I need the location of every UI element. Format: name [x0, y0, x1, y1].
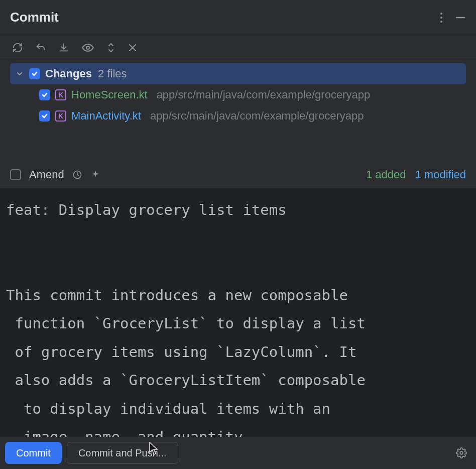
minimize-icon[interactable]	[455, 12, 466, 23]
refresh-icon[interactable]	[12, 42, 23, 53]
commit-footer: Commit Commit and Push...	[0, 437, 476, 469]
file-checkbox[interactable]	[39, 89, 50, 100]
svg-point-0	[440, 13, 442, 15]
shelve-icon[interactable]	[58, 42, 69, 53]
stat-modified: 1 modified	[415, 168, 466, 181]
file-path: app/src/main/java/com/example/groceryapp	[157, 88, 371, 101]
changes-tree: Changes 2 files K HomeScreen.kt app/src/…	[0, 60, 476, 127]
settings-icon[interactable]	[456, 447, 467, 458]
changes-count: 2 files	[98, 67, 127, 80]
ai-assist-icon[interactable]	[90, 170, 100, 180]
change-stats: 1 added 1 modified	[366, 168, 466, 181]
kotlin-file-icon: K	[55, 89, 66, 100]
svg-point-1	[440, 17, 442, 19]
svg-point-6	[460, 451, 463, 454]
changes-root-row[interactable]: Changes 2 files	[10, 63, 466, 84]
file-name: HomeScreen.kt	[71, 88, 148, 101]
file-row[interactable]: K HomeScreen.kt app/src/main/java/com/ex…	[10, 84, 466, 105]
amend-checkbox[interactable]	[10, 169, 21, 180]
header-actions	[440, 12, 466, 23]
chevron-down-icon[interactable]	[15, 70, 24, 77]
commit-button[interactable]: Commit	[5, 442, 62, 464]
commit-toolbar	[0, 35, 476, 60]
changes-label: Changes 2 files	[45, 67, 127, 80]
panel-title: Commit	[10, 10, 59, 25]
group-by-icon[interactable]	[128, 43, 138, 53]
amend-label: Amend	[29, 168, 64, 181]
history-icon[interactable]	[72, 170, 82, 180]
svg-point-2	[440, 21, 442, 23]
commit-and-push-button[interactable]: Commit and Push...	[67, 442, 178, 464]
panel-header: Commit	[0, 0, 476, 35]
rollback-icon[interactable]	[35, 42, 46, 53]
kotlin-file-icon: K	[55, 110, 66, 122]
file-name: MainActivity.kt	[71, 109, 141, 123]
file-checkbox[interactable]	[39, 110, 50, 122]
file-path: app/src/main/java/com/example/groceryapp	[150, 109, 364, 123]
changes-title: Changes	[45, 67, 92, 80]
file-row[interactable]: K MainActivity.kt app/src/main/java/com/…	[10, 105, 466, 127]
svg-point-4	[86, 46, 89, 49]
changes-checkbox[interactable]	[29, 68, 40, 79]
commit-message-input[interactable]	[0, 189, 476, 437]
expand-collapse-icon[interactable]	[106, 42, 115, 53]
preview-diff-icon[interactable]	[81, 42, 94, 53]
stat-added: 1 added	[366, 168, 406, 181]
amend-row: Amend 1 added 1 modified	[0, 161, 476, 189]
more-icon[interactable]	[440, 12, 443, 23]
